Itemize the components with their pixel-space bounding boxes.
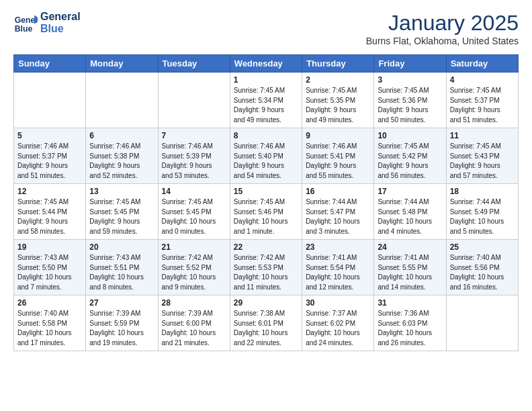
calendar-cell — [86, 73, 158, 128]
logo-icon: General Blue — [13, 11, 38, 35]
day-number: 11 — [450, 131, 515, 140]
day-info: Sunrise: 7:45 AM Sunset: 5:42 PM Dayligh… — [378, 142, 442, 181]
title-block: January 2025 Burns Flat, Oklahoma, Unite… — [366, 11, 519, 46]
day-number: 8 — [234, 131, 298, 140]
day-number: 21 — [162, 242, 226, 252]
weekday-tuesday: Tuesday — [158, 55, 230, 73]
day-number: 16 — [306, 187, 370, 196]
calendar-cell: 27Sunrise: 7:39 AM Sunset: 5:59 PM Dayli… — [86, 295, 158, 351]
day-number: 1 — [234, 75, 298, 85]
day-info: Sunrise: 7:45 AM Sunset: 5:35 PM Dayligh… — [306, 86, 370, 125]
calendar-cell: 10Sunrise: 7:45 AM Sunset: 5:42 PM Dayli… — [374, 128, 446, 184]
day-info: Sunrise: 7:46 AM Sunset: 5:39 PM Dayligh… — [162, 142, 226, 181]
svg-text:General: General — [15, 15, 38, 25]
calendar-cell: 1Sunrise: 7:45 AM Sunset: 5:34 PM Daylig… — [230, 73, 302, 128]
day-info: Sunrise: 7:45 AM Sunset: 5:36 PM Dayligh… — [378, 86, 442, 125]
day-number: 4 — [450, 75, 515, 85]
day-info: Sunrise: 7:46 AM Sunset: 5:41 PM Dayligh… — [306, 142, 370, 181]
calendar-cell — [446, 295, 518, 351]
calendar-cell: 14Sunrise: 7:45 AM Sunset: 5:45 PM Dayli… — [158, 184, 230, 240]
calendar-table: SundayMondayTuesdayWednesdayThursdayFrid… — [13, 54, 519, 351]
calendar-cell: 15Sunrise: 7:45 AM Sunset: 5:46 PM Dayli… — [230, 184, 302, 240]
logo-line1: General — [40, 11, 81, 23]
day-number: 28 — [162, 298, 226, 308]
day-number: 15 — [234, 187, 298, 196]
calendar-cell: 2Sunrise: 7:45 AM Sunset: 5:35 PM Daylig… — [302, 73, 374, 128]
calendar-cell: 28Sunrise: 7:39 AM Sunset: 6:00 PM Dayli… — [158, 295, 230, 351]
weekday-thursday: Thursday — [302, 55, 374, 73]
day-info: Sunrise: 7:44 AM Sunset: 5:48 PM Dayligh… — [378, 197, 442, 236]
logo-line2: Blue — [40, 23, 81, 35]
day-number: 23 — [306, 242, 370, 252]
calendar-cell: 6Sunrise: 7:46 AM Sunset: 5:38 PM Daylig… — [86, 128, 158, 184]
day-info: Sunrise: 7:45 AM Sunset: 5:45 PM Dayligh… — [162, 197, 226, 236]
calendar-cell — [158, 73, 230, 128]
calendar-cell: 11Sunrise: 7:45 AM Sunset: 5:43 PM Dayli… — [446, 128, 518, 184]
calendar-cell: 16Sunrise: 7:44 AM Sunset: 5:47 PM Dayli… — [302, 184, 374, 240]
calendar-cell: 8Sunrise: 7:46 AM Sunset: 5:40 PM Daylig… — [230, 128, 302, 184]
calendar-cell: 17Sunrise: 7:44 AM Sunset: 5:48 PM Dayli… — [374, 184, 446, 240]
day-info: Sunrise: 7:45 AM Sunset: 5:37 PM Dayligh… — [450, 86, 515, 125]
day-number: 29 — [234, 298, 298, 308]
day-info: Sunrise: 7:38 AM Sunset: 6:01 PM Dayligh… — [234, 309, 298, 348]
weekday-monday: Monday — [86, 55, 158, 73]
calendar-cell: 19Sunrise: 7:43 AM Sunset: 5:50 PM Dayli… — [14, 240, 86, 295]
day-info: Sunrise: 7:40 AM Sunset: 5:58 PM Dayligh… — [17, 309, 82, 348]
calendar-cell: 12Sunrise: 7:45 AM Sunset: 5:44 PM Dayli… — [14, 184, 86, 240]
calendar-cell: 18Sunrise: 7:44 AM Sunset: 5:49 PM Dayli… — [446, 184, 518, 240]
weekday-friday: Friday — [374, 55, 446, 73]
day-info: Sunrise: 7:41 AM Sunset: 5:54 PM Dayligh… — [306, 253, 370, 292]
calendar-cell: 29Sunrise: 7:38 AM Sunset: 6:01 PM Dayli… — [230, 295, 302, 351]
calendar-cell: 4Sunrise: 7:45 AM Sunset: 5:37 PM Daylig… — [446, 73, 518, 128]
day-info: Sunrise: 7:44 AM Sunset: 5:47 PM Dayligh… — [306, 197, 370, 236]
day-info: Sunrise: 7:46 AM Sunset: 5:37 PM Dayligh… — [17, 142, 82, 181]
day-number: 30 — [306, 298, 370, 308]
day-number: 14 — [162, 187, 226, 196]
day-info: Sunrise: 7:45 AM Sunset: 5:45 PM Dayligh… — [89, 197, 154, 236]
day-number: 25 — [450, 242, 515, 252]
calendar-cell: 23Sunrise: 7:41 AM Sunset: 5:54 PM Dayli… — [302, 240, 374, 295]
day-info: Sunrise: 7:43 AM Sunset: 5:50 PM Dayligh… — [17, 253, 82, 292]
day-number: 27 — [89, 298, 154, 308]
day-number: 6 — [89, 131, 154, 140]
day-number: 10 — [378, 131, 442, 140]
calendar-cell: 25Sunrise: 7:40 AM Sunset: 5:56 PM Dayli… — [446, 240, 518, 295]
header: General Blue General Blue January 2025 B… — [13, 11, 519, 46]
day-info: Sunrise: 7:37 AM Sunset: 6:02 PM Dayligh… — [306, 309, 370, 348]
day-number: 9 — [306, 131, 370, 140]
calendar-cell: 31Sunrise: 7:36 AM Sunset: 6:03 PM Dayli… — [374, 295, 446, 351]
calendar-cell: 9Sunrise: 7:46 AM Sunset: 5:41 PM Daylig… — [302, 128, 374, 184]
day-number: 20 — [89, 242, 154, 252]
day-number: 7 — [162, 131, 226, 140]
calendar-cell — [14, 73, 86, 128]
day-number: 3 — [378, 75, 442, 85]
day-number: 2 — [306, 75, 370, 85]
weekday-saturday: Saturday — [446, 55, 518, 73]
day-info: Sunrise: 7:40 AM Sunset: 5:56 PM Dayligh… — [450, 253, 515, 292]
calendar-cell: 26Sunrise: 7:40 AM Sunset: 5:58 PM Dayli… — [14, 295, 86, 351]
month-title: January 2025 — [366, 11, 519, 36]
day-number: 19 — [17, 242, 82, 252]
day-info: Sunrise: 7:45 AM Sunset: 5:46 PM Dayligh… — [234, 197, 298, 236]
day-info: Sunrise: 7:43 AM Sunset: 5:51 PM Dayligh… — [89, 253, 154, 292]
day-number: 18 — [450, 187, 515, 196]
location: Burns Flat, Oklahoma, United States — [366, 36, 519, 46]
day-info: Sunrise: 7:36 AM Sunset: 6:03 PM Dayligh… — [378, 309, 442, 348]
page: General Blue General Blue January 2025 B… — [0, 0, 532, 365]
day-info: Sunrise: 7:39 AM Sunset: 5:59 PM Dayligh… — [89, 309, 154, 348]
day-number: 24 — [378, 242, 442, 252]
day-info: Sunrise: 7:46 AM Sunset: 5:38 PM Dayligh… — [89, 142, 154, 181]
day-info: Sunrise: 7:41 AM Sunset: 5:55 PM Dayligh… — [378, 253, 442, 292]
calendar-cell: 30Sunrise: 7:37 AM Sunset: 6:02 PM Dayli… — [302, 295, 374, 351]
day-info: Sunrise: 7:45 AM Sunset: 5:43 PM Dayligh… — [450, 142, 515, 181]
calendar-row-3: 12Sunrise: 7:45 AM Sunset: 5:44 PM Dayli… — [14, 184, 519, 240]
calendar-row-5: 26Sunrise: 7:40 AM Sunset: 5:58 PM Dayli… — [14, 295, 519, 351]
calendar-row-4: 19Sunrise: 7:43 AM Sunset: 5:50 PM Dayli… — [14, 240, 519, 295]
svg-text:Blue: Blue — [15, 24, 33, 34]
calendar-cell: 13Sunrise: 7:45 AM Sunset: 5:45 PM Dayli… — [86, 184, 158, 240]
calendar-row-2: 5Sunrise: 7:46 AM Sunset: 5:37 PM Daylig… — [14, 128, 519, 184]
day-info: Sunrise: 7:39 AM Sunset: 6:00 PM Dayligh… — [162, 309, 226, 348]
day-number: 13 — [89, 187, 154, 196]
logo: General Blue General Blue — [13, 11, 81, 36]
day-number: 5 — [17, 131, 82, 140]
